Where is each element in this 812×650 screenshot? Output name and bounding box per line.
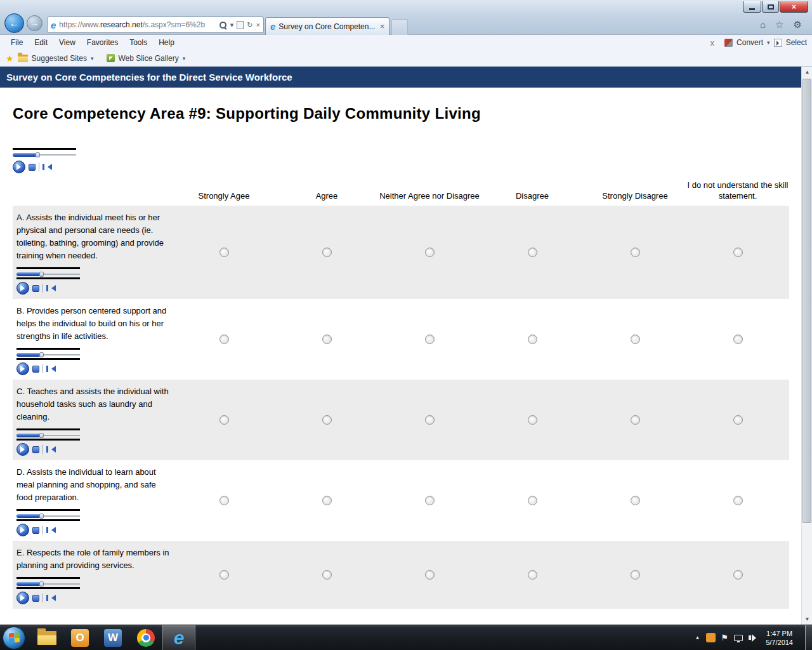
stop-playback-icon[interactable] xyxy=(32,366,39,373)
radio-strongly-agree[interactable] xyxy=(219,335,229,344)
maximize-button[interactable] xyxy=(762,1,779,13)
radio-strongly-agree[interactable] xyxy=(219,248,229,257)
radio-agree[interactable] xyxy=(322,570,332,580)
hidden-icons-chevron-icon[interactable]: ▲ xyxy=(695,635,700,640)
pdf-bar-close-icon[interactable]: x xyxy=(710,38,715,48)
player-seek-slider[interactable] xyxy=(13,152,76,158)
player-seek-slider[interactable] xyxy=(16,352,80,360)
radio-not-understand[interactable] xyxy=(733,248,743,257)
convert-button[interactable]: Convert xyxy=(737,38,763,47)
menu-help[interactable]: Help xyxy=(153,38,180,47)
radio-strongly-disagree[interactable] xyxy=(631,496,640,505)
suggested-sites-dropdown-icon[interactable]: ▾ xyxy=(91,55,94,62)
vertical-scrollbar[interactable]: ▲ ▼ xyxy=(801,67,812,625)
player-seek-slider[interactable] xyxy=(16,432,80,441)
radio-disagree[interactable] xyxy=(528,415,537,425)
menu-file[interactable]: File xyxy=(5,38,29,47)
forward-nav-button[interactable]: → xyxy=(27,15,43,31)
radio-neither[interactable] xyxy=(425,248,435,257)
play-icon[interactable] xyxy=(13,161,25,173)
player-seek-slider[interactable] xyxy=(16,271,80,279)
start-button[interactable] xyxy=(3,627,25,649)
volume-icon[interactable] xyxy=(749,634,756,642)
radio-not-understand[interactable] xyxy=(733,415,743,425)
radio-disagree[interactable] xyxy=(528,335,537,344)
play-icon[interactable] xyxy=(16,362,29,375)
menu-edit[interactable]: Edit xyxy=(29,38,53,47)
radio-strongly-agree[interactable] xyxy=(219,415,229,425)
play-icon[interactable] xyxy=(16,592,29,604)
action-center-flag-icon[interactable]: ⚑ xyxy=(721,633,729,642)
rewind-icon[interactable] xyxy=(46,527,56,533)
radio-strongly-disagree[interactable] xyxy=(631,415,640,425)
radio-agree[interactable] xyxy=(322,248,332,257)
convert-dropdown-icon[interactable]: ▾ xyxy=(767,39,770,46)
radio-neither[interactable] xyxy=(425,415,435,425)
taskbar-ie-button[interactable]: e xyxy=(162,625,195,650)
radio-not-understand[interactable] xyxy=(733,570,743,580)
taskbar-word-button[interactable]: W xyxy=(96,625,129,650)
refresh-icon[interactable]: ↻ xyxy=(247,21,252,29)
tab-close-icon[interactable]: × xyxy=(380,22,384,31)
select-button[interactable]: Select xyxy=(786,38,807,47)
address-bar[interactable]: e https://www.research.net/s.aspx?sm=6%2… xyxy=(47,17,264,33)
suggested-sites-link[interactable]: Suggested Sites xyxy=(32,54,87,63)
home-icon[interactable]: ⌂ xyxy=(760,19,766,30)
taskbar-outlook-button[interactable]: O xyxy=(63,625,96,650)
back-nav-button[interactable]: ← xyxy=(4,13,24,33)
tray-app-icon[interactable] xyxy=(706,633,716,642)
favorites-star-icon[interactable]: ★ xyxy=(6,53,14,63)
scroll-up-icon[interactable]: ▲ xyxy=(802,67,812,77)
web-slice-dropdown-icon[interactable]: ▾ xyxy=(183,55,186,62)
scroll-down-icon[interactable]: ▼ xyxy=(802,614,812,625)
minimize-button[interactable] xyxy=(743,1,761,13)
search-icon[interactable] xyxy=(219,21,227,29)
radio-strongly-disagree[interactable] xyxy=(631,248,640,257)
stop-icon[interactable]: × xyxy=(256,21,260,29)
radio-neither[interactable] xyxy=(425,335,435,344)
menu-favorites[interactable]: Favorites xyxy=(81,38,124,47)
radio-neither[interactable] xyxy=(425,496,435,505)
radio-agree[interactable] xyxy=(322,335,332,344)
stop-playback-icon[interactable] xyxy=(32,285,39,292)
stop-playback-icon[interactable] xyxy=(32,527,39,534)
network-icon[interactable] xyxy=(734,635,743,641)
radio-not-understand[interactable] xyxy=(733,496,743,505)
browser-tab[interactable]: e Survey on Core Competen... × xyxy=(265,17,390,35)
rewind-icon[interactable] xyxy=(46,595,56,601)
autocomplete-dropdown-icon[interactable]: ▾ xyxy=(230,21,234,29)
play-icon[interactable] xyxy=(16,282,29,295)
tools-gear-icon[interactable]: ⚙ xyxy=(794,19,802,30)
taskbar-clock[interactable]: 1:47 PM 5/7/2014 xyxy=(762,629,797,647)
menu-tools[interactable]: Tools xyxy=(124,38,153,47)
radio-agree[interactable] xyxy=(322,415,332,425)
radio-neither[interactable] xyxy=(425,570,435,580)
menu-view[interactable]: View xyxy=(53,38,81,47)
stop-playback-icon[interactable] xyxy=(32,446,39,453)
favorites-icon[interactable]: ☆ xyxy=(775,19,783,30)
rewind-icon[interactable] xyxy=(46,366,56,372)
radio-not-understand[interactable] xyxy=(733,335,743,344)
rewind-icon[interactable] xyxy=(46,446,56,453)
radio-strongly-agree[interactable] xyxy=(219,570,229,580)
stop-playback-icon[interactable] xyxy=(32,595,39,602)
web-slice-gallery-link[interactable]: Web Slice Gallery xyxy=(119,54,179,63)
radio-disagree[interactable] xyxy=(528,248,537,257)
radio-disagree[interactable] xyxy=(528,570,537,580)
taskbar-explorer-button[interactable] xyxy=(30,625,63,650)
compatibility-view-icon[interactable] xyxy=(237,21,244,29)
stop-playback-icon[interactable] xyxy=(29,164,36,171)
play-icon[interactable] xyxy=(16,524,29,536)
radio-strongly-disagree[interactable] xyxy=(631,570,640,580)
radio-agree[interactable] xyxy=(322,496,332,505)
play-icon[interactable] xyxy=(16,443,29,456)
taskbar-chrome-button[interactable] xyxy=(129,625,162,650)
player-seek-slider[interactable] xyxy=(16,581,80,589)
player-seek-slider[interactable] xyxy=(16,513,80,521)
rewind-icon[interactable] xyxy=(46,285,56,291)
close-window-button[interactable]: × xyxy=(780,1,808,13)
radio-strongly-disagree[interactable] xyxy=(631,335,640,344)
scrollbar-thumb[interactable] xyxy=(802,79,811,523)
rewind-icon[interactable] xyxy=(43,164,52,170)
radio-strongly-agree[interactable] xyxy=(219,496,229,505)
